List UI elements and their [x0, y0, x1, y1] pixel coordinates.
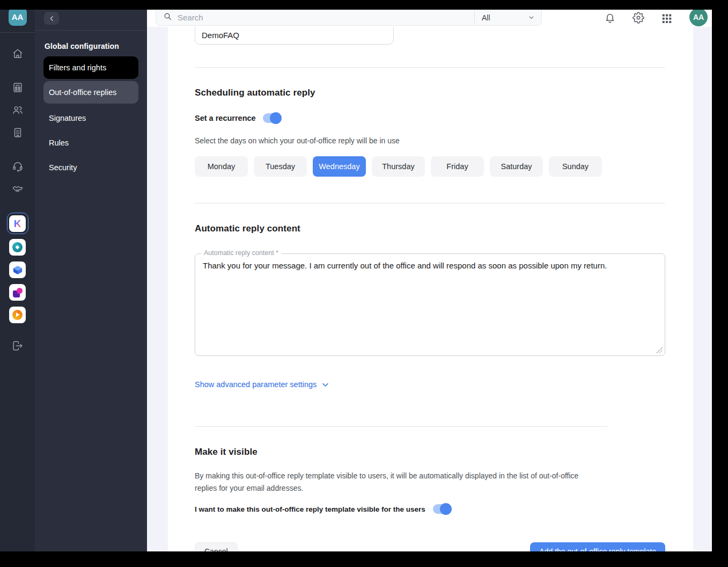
form-actions: Cancel Add the out-of-office reply templ… — [195, 542, 665, 551]
home-icon[interactable] — [12, 48, 24, 60]
sidebar-item-label: Filters and rights — [49, 63, 106, 72]
config-sidebar: Global configuration Filters and rights … — [35, 10, 147, 551]
chevron-down-icon — [321, 381, 329, 389]
day-button-thursday[interactable]: Thursday — [372, 156, 425, 177]
partner-icon[interactable] — [12, 183, 24, 195]
day-button-monday[interactable]: Monday — [195, 156, 248, 177]
app-rail: AA K — [0, 10, 35, 551]
search-scope-select[interactable]: All — [474, 10, 541, 25]
visibility-toggle[interactable] — [433, 504, 451, 514]
ksuite-app-icon[interactable]: K — [7, 213, 28, 234]
search-input[interactable] — [178, 10, 474, 22]
sidebar-item-label: Rules — [49, 139, 69, 147]
logout-icon[interactable] — [12, 340, 24, 352]
day-button-wednesday[interactable]: Wednesday — [313, 156, 366, 177]
organization-icon[interactable] — [12, 127, 24, 139]
sidebar-item-label: Security — [49, 163, 77, 172]
sidebar-item-label: Out-of-office replies — [49, 88, 116, 97]
page-background: Scheduling automatic reply Set a recurre… — [147, 27, 712, 551]
kcube-app-icon[interactable] — [9, 261, 26, 278]
kmeet-app-icon[interactable] — [9, 284, 26, 301]
recurrence-label: Set a recurrence — [195, 114, 256, 122]
apps-grid-icon[interactable] — [661, 12, 673, 24]
visibility-section-title: Make it visible — [195, 447, 665, 457]
back-button[interactable] — [44, 12, 59, 25]
settings-gear-icon[interactable] — [633, 12, 644, 24]
scheduling-section-title: Scheduling automatic reply — [195, 88, 665, 98]
notifications-icon[interactable] — [604, 12, 616, 24]
cancel-button[interactable]: Cancel — [195, 542, 238, 551]
template-name-input[interactable] — [195, 27, 394, 45]
sidebar-item-signatures[interactable]: Signatures — [43, 106, 138, 130]
day-button-saturday[interactable]: Saturday — [490, 156, 543, 177]
visibility-toggle-row: I want to make this out-of-office reply … — [195, 504, 665, 514]
chevron-left-icon — [48, 15, 55, 22]
rail-divider — [0, 32, 35, 33]
sidebar-item-label: Signatures — [49, 114, 86, 122]
day-button-tuesday[interactable]: Tuesday — [254, 156, 307, 177]
sidebar-item-out-of-office-replies[interactable]: Out-of-office replies — [43, 81, 138, 104]
days-hint: Select the days on which your out-of-off… — [195, 136, 665, 145]
content-card: Scheduling automatic reply Set a recurre… — [168, 27, 693, 551]
submit-button[interactable]: Add the out-of-office reply template — [530, 542, 665, 551]
user-avatar[interactable]: AA — [689, 10, 708, 26]
top-bar: All AA — [147, 10, 712, 27]
search-box: All — [156, 10, 542, 26]
visibility-toggle-label: I want to make this out-of-office reply … — [195, 505, 425, 513]
search-icon — [163, 12, 172, 23]
content-section-title: Automatic reply content — [195, 223, 665, 234]
section-divider — [195, 426, 607, 427]
products-icon[interactable] — [12, 82, 24, 93]
sidebar-heading: Global configuration — [45, 42, 137, 50]
support-icon[interactable] — [12, 161, 24, 172]
workspace-avatar[interactable]: AA — [9, 10, 27, 26]
app-window: AA K — [0, 10, 712, 551]
advanced-settings-link-label: Show advanced parameter settings — [195, 380, 317, 389]
top-bar-actions: AA — [604, 10, 708, 27]
sidebar-item-security[interactable]: Security — [43, 155, 138, 180]
day-button-friday[interactable]: Friday — [431, 156, 484, 177]
recurrence-row: Set a recurrence — [195, 113, 665, 123]
main-area: All AA — [147, 10, 712, 551]
users-icon[interactable] — [12, 104, 24, 116]
visibility-description: By making this out-of-office reply templ… — [195, 470, 598, 494]
sidebar-divider — [35, 30, 147, 31]
section-divider — [195, 203, 665, 203]
kdrive-app-icon[interactable] — [9, 239, 26, 256]
sidebar-item-filters-and-rights[interactable]: Filters and rights — [43, 56, 138, 79]
reply-content-field-label: Automatic reply content * — [201, 249, 281, 257]
reply-content-field: Automatic reply content * Thank you for … — [195, 253, 665, 356]
kplay-app-icon[interactable] — [9, 307, 26, 323]
days-row: Monday Tuesday Wednesday Thursday Friday… — [195, 156, 665, 177]
recurrence-toggle[interactable] — [263, 113, 281, 123]
section-divider — [195, 67, 665, 68]
chevron-down-icon — [528, 14, 535, 21]
sidebar-item-rules[interactable]: Rules — [43, 130, 138, 155]
advanced-settings-link[interactable]: Show advanced parameter settings — [195, 380, 329, 389]
reply-content-textarea[interactable]: Thank you for your message. I am current… — [195, 254, 665, 355]
search-scope-value: All — [482, 13, 490, 22]
day-button-sunday[interactable]: Sunday — [549, 156, 602, 177]
